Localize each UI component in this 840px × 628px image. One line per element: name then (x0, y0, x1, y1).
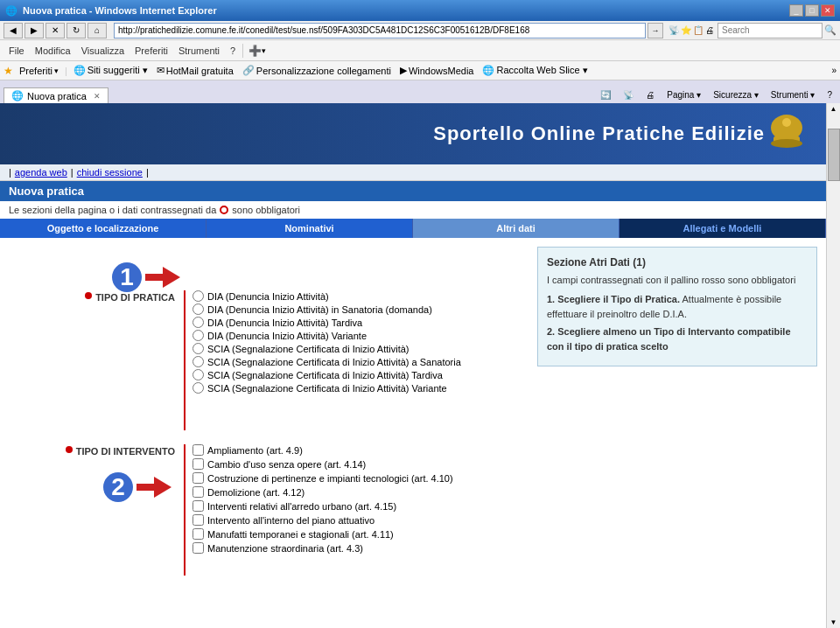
search-icon[interactable]: 🔍 (824, 24, 836, 36)
radio-dia-tardiva-input[interactable] (192, 317, 204, 328)
menu-visualizza[interactable]: Visualizza (76, 44, 130, 58)
hotmail-icon: ✉ (157, 65, 164, 76)
menu-modifica[interactable]: Modifica (30, 44, 76, 58)
windowsmedia-link[interactable]: ▶ WindowsMedia (397, 64, 477, 77)
menu-help[interactable]: ? (225, 44, 241, 58)
nav-buttons: ◀ ▶ ✕ ↻ ⌂ (4, 23, 107, 38)
radio-scia-variante-input[interactable] (192, 382, 204, 394)
back-button[interactable]: ◀ (4, 23, 23, 38)
arrow1-number: 1 (120, 263, 134, 291)
home-button[interactable]: ⌂ (88, 23, 107, 38)
raccolta-link[interactable]: 🌐 Raccolta Web Slice ▾ (480, 64, 590, 77)
cb-costruzione-input[interactable] (192, 472, 204, 484)
required-notice: Le sezioni della pagina o i dati contras… (0, 201, 826, 219)
arrow1-head (163, 267, 180, 288)
menu-strumenti[interactable]: Strumenti (173, 44, 225, 58)
cb-interventi-arredo: Interventi relativi all'arredo urbano (a… (192, 500, 817, 512)
cb-demolizione-input[interactable] (192, 486, 204, 498)
print-icon: 🖨 (705, 25, 714, 35)
radio-scia-sanatoria-input[interactable] (192, 356, 204, 367)
info-box-step2: 2. Scegliere almeno un Tipo di Intervant… (547, 324, 808, 353)
arrow2-body (136, 484, 154, 491)
tipo-intervento-fields: Ampliamento (art. 4.9) Cambio d'uso senz… (192, 444, 817, 556)
address-input[interactable] (114, 23, 646, 38)
browser-content: Sportello Online Pratiche Edilizie | age… (0, 103, 840, 628)
raccolta-label: Raccolta Web Slice ▾ (496, 65, 587, 76)
address-bar: → 📡 ⭐ 📋 🖨 (110, 23, 714, 38)
new-tab-icon[interactable]: ➕ (248, 45, 262, 57)
scroll-thumb[interactable] (828, 129, 840, 181)
menu-file[interactable]: File (4, 44, 30, 58)
tab-bar: 🌐 Nuova pratica ✕ 🔄 📡 🖨 Pagina ▾ Sicurez… (0, 80, 840, 103)
security-menu[interactable]: Sicurezza ▾ (709, 88, 763, 101)
arrow1-body (145, 274, 163, 281)
cb-manufatti-input[interactable] (192, 528, 204, 540)
tab-page-icon: 🌐 (11, 90, 24, 101)
radio-scia-input[interactable] (192, 343, 204, 354)
cb-manutenzione-input[interactable] (192, 542, 204, 554)
scrollbar-y[interactable]: ▲ ▼ (826, 103, 840, 628)
chiudi-sessione-link[interactable]: chiudi sessione (77, 167, 143, 178)
page-menu[interactable]: Pagina ▾ (662, 88, 705, 101)
search-box: 🔍 (718, 23, 836, 38)
siti-icon: 🌐 (74, 65, 86, 76)
tipo-intervento-label-text: TIPO DI INTERVENTO (76, 446, 175, 457)
info-box: Sezione Atri Dati (1) I campi contrasseg… (537, 247, 817, 366)
radio-scia-tardiva-input[interactable] (192, 369, 204, 380)
step1-bold: 1. Scegliere il Tipo di Pratica. (547, 294, 680, 304)
required-text-before: Le sezioni della pagina o i dati contras… (9, 205, 216, 215)
scroll-down-arrow[interactable]: ▼ (829, 617, 839, 628)
tools-menu[interactable]: Strumenti ▾ (766, 88, 820, 101)
go-button[interactable]: → (648, 23, 663, 38)
print-status-icon[interactable]: 🖨 (641, 88, 659, 101)
forward-button[interactable]: ▶ (24, 23, 44, 38)
cb-ampliamento-label: Ampliamento (art. 4.9) (207, 445, 303, 456)
rss-status-icon[interactable]: 📡 (619, 88, 638, 101)
arrow1-badge: 1 (112, 262, 142, 292)
radio-dia-variante-input[interactable] (192, 330, 204, 341)
radio-dia-input[interactable] (192, 290, 204, 302)
step2-text: 2. Scegliere almeno un Tipo di Intervant… (547, 326, 791, 352)
required-dot-intervento (66, 446, 73, 453)
tab-altri-dati[interactable]: Altri dati (413, 219, 620, 238)
radio-dia-sanatoria-input[interactable] (192, 304, 204, 315)
scroll-up-arrow[interactable]: ▲ (829, 103, 839, 115)
menu-preferiti[interactable]: Preferiti (130, 44, 173, 58)
cb-costruzione: Costruzione di pertinenze e impianti tec… (192, 472, 817, 484)
tab-nuova-pratica[interactable]: 🌐 Nuova pratica ✕ (4, 87, 108, 103)
agenda-web-link[interactable]: agenda web (15, 167, 67, 178)
hotmail-link[interactable]: ✉ HotMail gratuita (154, 64, 236, 77)
cb-interventi-arredo-input[interactable] (192, 500, 204, 512)
tab-dropdown-icon[interactable]: ▾ (262, 46, 266, 55)
help-menu[interactable]: ? (822, 88, 836, 101)
tab-allegati[interactable]: Allegati e Modelli (620, 219, 826, 238)
maximize-button[interactable]: □ (805, 4, 819, 17)
cb-intervento-piano-input[interactable] (192, 514, 204, 526)
bracket-line-pratica (184, 290, 186, 430)
favorites-icon: ⭐ (681, 25, 691, 35)
cb-ampliamento-input[interactable] (192, 444, 204, 456)
favorites-link[interactable]: Preferiti ▾ (17, 65, 61, 77)
expand-favorites[interactable]: » (831, 66, 836, 75)
personalizzazione-label: Personalizzazione collegamenti (256, 66, 391, 76)
personalizzazione-link[interactable]: 🔗 Personalizzazione collegamenti (240, 64, 394, 77)
stop-button[interactable]: ✕ (46, 23, 65, 38)
minimize-button[interactable]: _ (789, 4, 803, 17)
favorites-bar: ★ Preferiti ▾ | 🌐 Siti suggeriti ▾ ✉ Hot… (0, 61, 840, 80)
tab-oggetto[interactable]: Oggetto e localizzazione (0, 219, 206, 238)
info-box-text1: I campi contrassegnati con il pallino ro… (547, 274, 808, 287)
cb-cambio-uso-input[interactable] (192, 458, 204, 470)
siti-suggeriti-link[interactable]: 🌐 Siti suggeriti ▾ (71, 64, 150, 77)
menu-toolbar: File Modifica Visualizza Preferiti Strum… (0, 40, 840, 61)
close-button[interactable]: ✕ (821, 4, 835, 17)
page-header: Sportello Online Pratiche Edilizie (0, 103, 826, 164)
favorites-dropdown-icon[interactable]: ▾ (54, 66, 59, 75)
window-controls[interactable]: _ □ ✕ (789, 4, 835, 17)
refresh-status-icon[interactable]: 🔄 (596, 88, 615, 101)
tab-close-icon[interactable]: ✕ (94, 92, 101, 101)
tab-nominativi[interactable]: Nominativi (206, 219, 413, 238)
cb-cambio-uso-label: Cambio d'uso senza opere (art. 4.14) (207, 459, 366, 470)
refresh-button[interactable]: ↻ (66, 23, 86, 38)
favorites-star-icon: ★ (4, 65, 13, 77)
search-input[interactable] (718, 23, 822, 38)
